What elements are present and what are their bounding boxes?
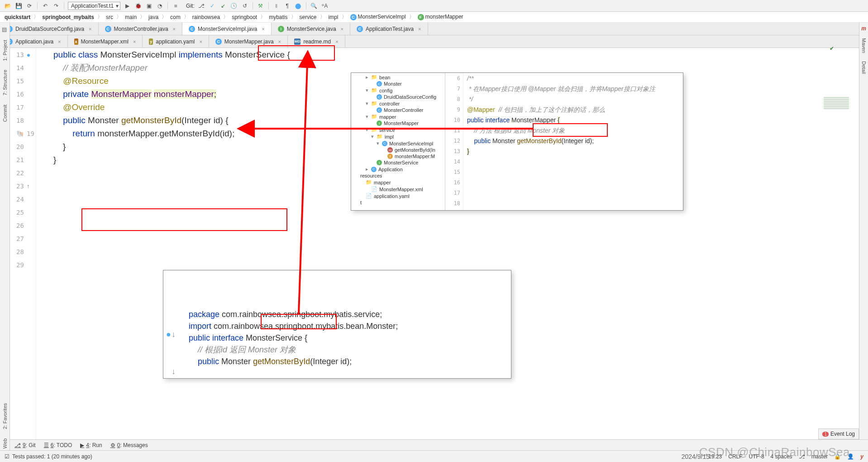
breadcrumb-item[interactable]: FmonsterMapper — [417, 14, 464, 20]
tree-item[interactable]: resources — [351, 173, 445, 179]
debug-icon[interactable]: 🐞 — [134, 2, 142, 10]
close-icon[interactable]: × — [199, 39, 202, 44]
tree-item[interactable]: IMonsterService — [351, 159, 445, 166]
event-log[interactable]: 1 Event Log — [818, 428, 859, 439]
minimap[interactable] — [824, 97, 849, 120]
close-icon[interactable]: × — [58, 39, 61, 44]
tree-item[interactable]: ▾📁mapper — [351, 113, 445, 120]
breadcrumb-item[interactable]: springboot — [231, 14, 258, 20]
breadcrumb-item[interactable]: src — [105, 14, 114, 20]
project-tree[interactable]: ▸📁beanCMonster▾📁configCDruidDataSourceCo… — [351, 73, 445, 210]
sidebar-project[interactable]: 1: Project — [2, 38, 8, 63]
tree-item[interactable]: CDruidDataSourceConfig — [351, 94, 445, 100]
structure-icon[interactable]: ⫴ — [272, 2, 281, 10]
tree-item[interactable]: ▸📁bean — [351, 74, 445, 81]
close-icon[interactable]: × — [335, 39, 338, 44]
git-revert-icon[interactable]: ↺ — [241, 2, 249, 10]
quick-definition-popup[interactable]: ▸📁beanCMonster▾📁configCDruidDataSourceCo… — [351, 72, 683, 211]
paragraph-icon[interactable]: ¶ — [283, 2, 291, 10]
close-icon[interactable]: × — [133, 39, 136, 44]
sidebar-maven[interactable]: Maven — [861, 36, 867, 55]
git-commit-icon[interactable]: ↙ — [219, 2, 227, 10]
git-check-icon[interactable]: ✓ — [208, 2, 216, 10]
bean-gutter-icon[interactable]: 🐚 — [16, 130, 24, 137]
close-icon[interactable]: × — [278, 39, 281, 44]
breadcrumb-item[interactable]: mybatis — [268, 14, 288, 20]
breadcrumb-item[interactable]: java — [148, 14, 159, 20]
quick-definition-popup-2[interactable]: ● ↓ ↓ package com.rainbowsea.springboot.… — [163, 270, 511, 379]
close-icon[interactable]: × — [173, 26, 176, 32]
editor-tab[interactable]: CApplicationTest.java× — [350, 23, 428, 35]
editor-tab[interactable]: IMonsterService.java× — [272, 23, 350, 35]
editor-tab[interactable]: yapplication.yaml× — [143, 35, 209, 48]
tree-item[interactable]: ▸CApplication — [351, 166, 445, 173]
branch-icon[interactable]: ⎇ — [197, 2, 205, 10]
tree-item[interactable]: ▾📁impl — [351, 133, 445, 140]
profile-icon[interactable]: ◔ — [156, 2, 164, 10]
implementing-gutter-icon[interactable]: ● — [166, 328, 171, 340]
editor-tab[interactable]: xMonsterMapper.xml× — [68, 35, 143, 48]
font-size-icon[interactable]: ᵅA — [321, 2, 329, 10]
bottom-tool-button[interactable]: ⚙0: Messages — [110, 442, 148, 448]
bottom-tool-button[interactable]: ▶4: Run — [80, 442, 102, 448]
tree-item[interactable]: CMonsterController — [351, 107, 445, 113]
search-icon[interactable]: 🔍 — [310, 2, 318, 10]
bottom-tool-button[interactable]: ⎇9: Git — [14, 442, 36, 448]
tree-item[interactable]: fmonsterMapper:M — [351, 153, 445, 159]
new-ui-icon[interactable]: ⬤ — [294, 2, 302, 10]
tree-item[interactable]: 📁mapper — [351, 179, 445, 186]
maven-y-icon[interactable]: y — [860, 453, 863, 460]
tree-icon: 📁 — [366, 179, 372, 185]
stop-icon[interactable]: ■ — [172, 2, 180, 10]
sidebar-favorites[interactable]: 2: Favorites — [2, 401, 8, 431]
coverage-icon[interactable]: ▣ — [145, 2, 153, 10]
sidebar-commit[interactable]: Commit — [2, 103, 8, 124]
maven-m-icon[interactable]: m — [861, 25, 866, 32]
tree-item[interactable]: 📄MonsterMapper.xml — [351, 186, 445, 192]
sidebar-detail[interactable]: Detail — [861, 59, 867, 76]
override-down-icon[interactable]: ↓ — [172, 366, 176, 377]
breadcrumb-item[interactable]: service — [299, 14, 318, 20]
save-icon[interactable]: 💾 — [14, 2, 23, 10]
sidebar-structure[interactable]: 7: Structure — [2, 68, 8, 97]
tree-item[interactable]: ▾📁config — [351, 87, 445, 94]
close-icon[interactable]: × — [89, 26, 91, 32]
open-icon[interactable]: 📂 — [4, 2, 12, 10]
breadcrumb-item[interactable]: impl — [328, 14, 339, 20]
close-icon[interactable]: × — [341, 26, 343, 32]
tree-item[interactable]: mgetMonsterById(In — [351, 147, 445, 153]
tree-item[interactable]: ▾📁service — [351, 126, 445, 133]
git-history-icon[interactable]: 🕓 — [230, 2, 238, 10]
sidebar-web[interactable]: Web — [2, 437, 8, 450]
run-icon[interactable]: ▶ — [123, 2, 131, 10]
close-icon[interactable]: × — [262, 26, 264, 32]
close-icon[interactable]: × — [418, 26, 421, 32]
editor-tab[interactable]: CDruidDataSourceConfig.java× — [0, 23, 99, 35]
bottom-tool-button[interactable]: ☰6: TODO — [44, 442, 72, 448]
tree-item[interactable]: CMonster — [351, 81, 445, 87]
tree-item[interactable]: ▾📁controller — [351, 100, 445, 107]
breadcrumb-item[interactable]: main — [124, 14, 138, 20]
run-config-dropdown[interactable]: ApplicationTest.t1 — [68, 2, 120, 10]
breadcrumb-item[interactable]: rainbowsea — [191, 14, 221, 20]
redo-icon[interactable]: ↷ — [52, 2, 60, 10]
breadcrumb-item[interactable]: springboot_mybaits — [41, 14, 95, 20]
tree-item[interactable]: 📄application.yaml — [351, 192, 445, 199]
override-gutter-icon[interactable]: ↑ — [27, 183, 30, 190]
build-icon[interactable]: ⚒ — [257, 2, 265, 10]
undo-icon[interactable]: ↶ — [41, 2, 49, 10]
tree-item[interactable]: t — [351, 199, 445, 206]
breadcrumb-item[interactable]: com — [169, 14, 181, 20]
tree-item[interactable]: IMonsterMapper — [351, 120, 445, 126]
project-icon[interactable]: ▤ — [2, 26, 8, 33]
editor-tab[interactable]: CMonsterServiceImpl.java× — [182, 23, 272, 35]
class-gutter-icon[interactable]: ● — [27, 51, 30, 58]
refresh-icon[interactable]: ⟳ — [25, 2, 33, 10]
editor-tab[interactable]: CApplication.java× — [0, 35, 68, 48]
event-count-badge: 1 — [822, 432, 829, 437]
override-down-icon[interactable]: ↓ — [172, 328, 176, 340]
breadcrumb-item[interactable]: CMonsterServiceImpl — [349, 14, 407, 20]
editor-tab[interactable]: CMonsterController.java× — [99, 23, 183, 35]
breadcrumb-item[interactable]: quickstart — [4, 14, 31, 20]
tree-item[interactable]: ▾CMonsterServiceImpl — [351, 140, 445, 147]
